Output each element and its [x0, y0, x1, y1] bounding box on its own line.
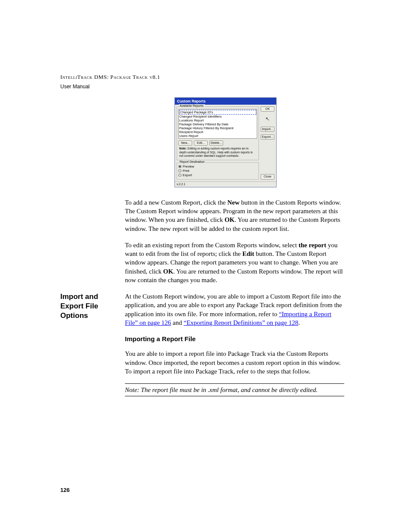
radio-icon	[178, 165, 181, 168]
horizontal-rule	[125, 396, 344, 396]
radio-icon	[178, 174, 181, 177]
list-item[interactable]: Package Delivery Filtered By Date	[179, 122, 256, 126]
list-item[interactable]: Changed Recipient Identifiers	[179, 115, 256, 118]
radio-print-row[interactable]: Print	[178, 169, 257, 173]
ok-button[interactable]: OK	[261, 106, 274, 112]
paragraph-edit-report: To edit an existing report from the Cust…	[125, 241, 344, 284]
paragraph-add-report: To add a new Custom Report, click the Ne…	[125, 198, 344, 233]
paragraph-importing-report-file: You are able to import a report file int…	[125, 349, 344, 376]
radio-label: Export	[183, 173, 192, 177]
list-item[interactable]: Changed Package ID's	[179, 110, 256, 115]
dialog-version: v.2.2.1	[175, 181, 276, 187]
list-item[interactable]: Package History Filtered By Recipient	[179, 126, 256, 130]
report-destination-label: Report Destination	[179, 160, 206, 164]
radio-export-row[interactable]: Export	[178, 173, 257, 177]
link-exporting-report-definitions[interactable]: “Exporting Report Definitions” on page 1…	[184, 319, 298, 326]
radio-label: Preview	[183, 165, 194, 168]
page-number: 126	[60, 487, 70, 493]
edit-button[interactable]: Edit...	[194, 140, 208, 146]
cursor-icon: ↖	[261, 114, 274, 124]
radio-icon	[178, 169, 181, 172]
reports-listbox[interactable]: Changed Package ID's Changed Recipient I…	[178, 109, 257, 139]
list-item[interactable]: Recipient Report	[179, 130, 256, 134]
list-item[interactable]: Users Report	[179, 134, 256, 138]
radio-label: Print	[183, 169, 189, 173]
dialog-note: Note: Editing or adding custom reports r…	[178, 147, 257, 158]
running-header: IntelliTrack DMS: Package Track v8.1	[60, 73, 344, 81]
import-button[interactable]: Import...	[261, 127, 274, 132]
horizontal-rule	[125, 383, 344, 384]
subheading-importing-report-file: Importing a Report File	[125, 335, 344, 343]
report-destination-group: Report Destination Preview Print Export	[177, 162, 259, 180]
section-heading-import-export: Import and Export File Options	[60, 292, 116, 320]
delete-button[interactable]: Delete...	[209, 140, 223, 146]
running-header-sub: User Manual	[60, 84, 344, 90]
close-button[interactable]: Close	[261, 174, 274, 179]
paragraph-import-export-intro: At the Custom Report window, you are abl…	[125, 292, 344, 327]
custom-reports-dialog: Custom Reports Available Reports: Change…	[174, 97, 277, 187]
available-reports-label: Available Reports:	[179, 104, 205, 108]
list-item[interactable]: Locations Report	[179, 118, 256, 122]
new-button[interactable]: New...	[178, 140, 192, 146]
radio-preview-row[interactable]: Preview	[178, 165, 257, 168]
available-reports-group: Available Reports: Changed Package ID's …	[177, 106, 259, 160]
dialog-titlebar: Custom Reports	[175, 98, 276, 105]
export-button[interactable]: Export...	[261, 134, 274, 140]
note-xml-format: Note: The report file must be in .xml fo…	[125, 386, 344, 394]
